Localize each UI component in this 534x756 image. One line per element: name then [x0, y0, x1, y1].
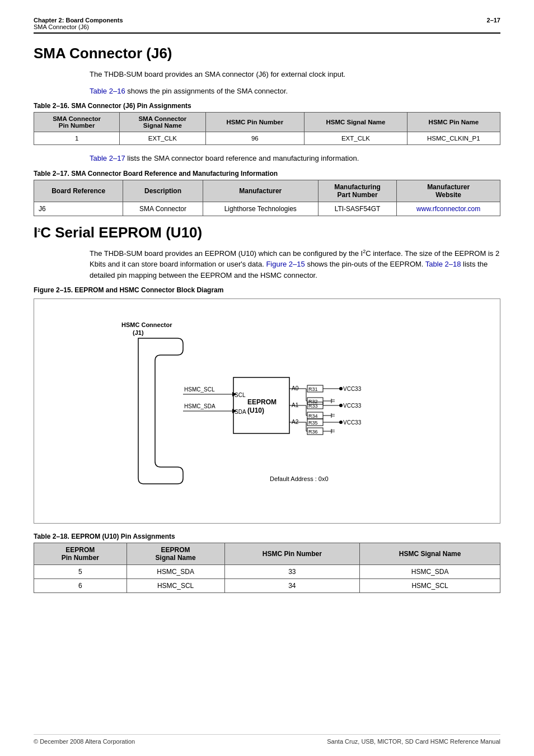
header-left: Chapter 2: Board Components SMA Connecto…: [34, 17, 123, 30]
page-header: Chapter 2: Board Components SMA Connecto…: [34, 17, 500, 34]
table18-col2: EEPROMSignal Name: [127, 543, 224, 565]
block-diagram-svg: HSMC Connector (J1) EEPROM (U10) SCL SDA…: [105, 316, 429, 506]
svg-text:R31: R31: [308, 386, 318, 392]
footer-left: © December 2008 Altera Corporation: [34, 738, 135, 745]
table17-col2: Description: [123, 180, 203, 202]
page-footer: © December 2008 Altera Corporation Santa…: [34, 734, 500, 745]
svg-text:R33: R33: [308, 403, 318, 409]
footer-right: Santa Cruz, USB, MICTOR, SD Card HSMC Re…: [327, 738, 500, 745]
svg-text:(J1): (J1): [133, 329, 144, 336]
svg-text:SDA: SDA: [235, 409, 246, 415]
i2c-section: I2C Serial EEPROM (U10) The THDB-SUM boa…: [34, 224, 500, 594]
svg-text:R36: R36: [308, 429, 318, 435]
figure-15-box: HSMC Connector (J1) EEPROM (U10) SCL SDA…: [34, 298, 500, 524]
svg-text:SCL: SCL: [235, 392, 246, 398]
svg-text:R34: R34: [308, 413, 318, 419]
diagram-container: HSMC Connector (J1) EEPROM (U10) SCL SDA…: [45, 310, 489, 512]
table16-link[interactable]: Table 2–16: [90, 87, 125, 95]
table-16: SMA ConnectorPin Number SMA ConnectorSig…: [34, 112, 500, 145]
table-18: EEPROMPin Number EEPROMSignal Name HSMC …: [34, 543, 500, 593]
table16-col5: HSMC Pin Name: [407, 113, 500, 132]
svg-text:VCC33: VCC33: [343, 419, 362, 426]
table-row: 6HSMC_SCL34HSMC_SCL: [34, 579, 500, 593]
sma-body1: The THDB-SUM board provides an SMA conne…: [90, 69, 500, 80]
sma-heading: SMA Connector (J6): [34, 45, 500, 62]
table17-link[interactable]: Table 2–17: [90, 154, 125, 162]
table17-col1: Board Reference: [34, 180, 123, 202]
table17-col4: ManufacturingPart Number: [318, 180, 396, 202]
svg-text:VCC33: VCC33: [343, 386, 362, 392]
svg-text:HSMC Connector: HSMC Connector: [121, 321, 172, 328]
svg-text:Default Address : 0x0: Default Address : 0x0: [270, 475, 329, 482]
svg-text:EEPROM: EEPROM: [247, 398, 277, 406]
sma-body2: Table 2–16 shows the pin assignments of …: [90, 86, 500, 97]
table16-col3: HSMC Pin Number: [205, 113, 305, 132]
table16-caption: Table 2–16. SMA Connector (J6) Pin Assig…: [34, 102, 500, 110]
table-row: 5HSMC_SDA33HSMC_SDA: [34, 565, 500, 579]
table16-col1: SMA ConnectorPin Number: [34, 113, 120, 132]
figure15-caption: Figure 2–15. EEPROM and HSMC Connector B…: [34, 286, 500, 294]
manufacturer-website-link[interactable]: www.rfconnector.com: [416, 205, 480, 213]
svg-text:HSMC_SCL: HSMC_SCL: [184, 386, 215, 393]
table17-caption: Table 2–17. SMA Connector Board Referenc…: [34, 170, 500, 178]
table17-col3: Manufacturer: [203, 180, 318, 202]
table-17: Board Reference Description Manufacturer…: [34, 180, 500, 216]
svg-point-20: [339, 387, 343, 390]
i2c-heading: I2C Serial EEPROM (U10): [34, 224, 500, 241]
table18-caption: Table 2–18. EEPROM (U10) Pin Assignments: [34, 533, 500, 540]
header-section: SMA Connector (J6): [34, 24, 123, 30]
sma-body3: Table 2–17 lists the SMA connector board…: [90, 153, 500, 164]
svg-text:(U10): (U10): [247, 407, 264, 414]
table18-col1: EEPROMPin Number: [34, 543, 127, 565]
figure15-link[interactable]: Figure 2–15: [266, 260, 305, 268]
table16-col2: SMA ConnectorSignal Name: [120, 113, 205, 132]
i2c-body1: The THDB-SUM board provides an EEPROM (U…: [90, 248, 500, 281]
table18-link[interactable]: Table 2–18: [425, 260, 461, 268]
table-row: J6SMA ConnectorLighthorse TechnologiesLT…: [34, 202, 500, 216]
table16-col4: HSMC Signal Name: [305, 113, 407, 132]
chapter-title: Chapter 2: Board Components: [34, 17, 123, 24]
svg-text:R35: R35: [308, 420, 318, 426]
table-row: 1EXT_CLK96EXT_CLKHSMC_CLKIN_P1: [34, 132, 500, 145]
svg-point-48: [339, 421, 343, 424]
table18-col4: HSMC Signal Name: [360, 543, 500, 565]
svg-point-34: [339, 404, 343, 407]
svg-text:VCC33: VCC33: [343, 403, 362, 409]
table18-col3: HSMC Pin Number: [224, 543, 360, 565]
page-number: 2–17: [487, 17, 500, 24]
svg-text:HSMC_SDA: HSMC_SDA: [184, 403, 216, 409]
sma-connector-section: SMA Connector (J6) The THDB-SUM board pr…: [34, 45, 500, 216]
page: Chapter 2: Board Components SMA Connecto…: [0, 0, 534, 756]
table17-col5: ManufacturerWebsite: [397, 180, 500, 202]
